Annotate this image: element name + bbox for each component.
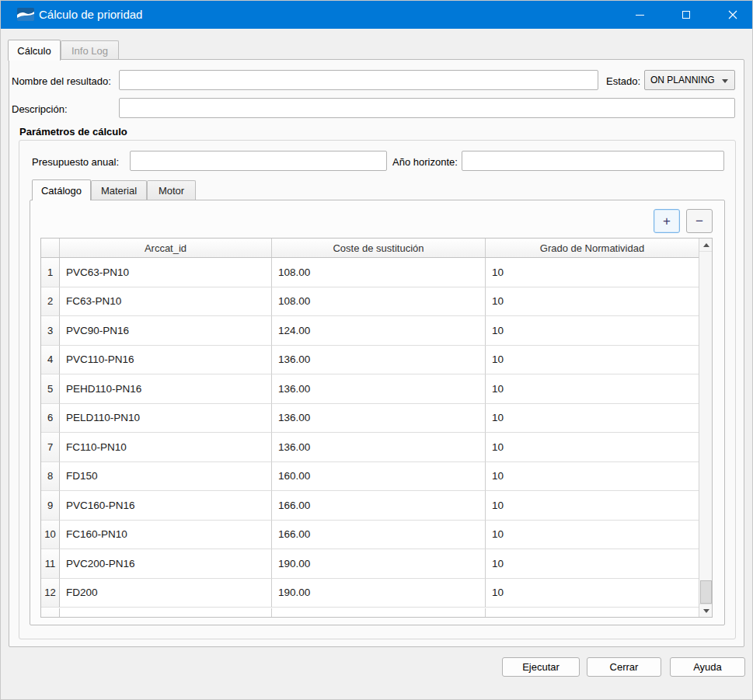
dialog-window: Cálculo de prioridad Cálculo Info Log No…: [0, 0, 753, 700]
coste-cell[interactable]: 190.00: [272, 549, 486, 579]
table-row[interactable]: 4 PVC110-PN16 136.00 10: [41, 346, 712, 375]
cerrar-button[interactable]: Cerrar: [587, 657, 661, 677]
grado-cell[interactable]: 10: [486, 491, 699, 521]
arccat-cell: [60, 608, 272, 618]
grado-cell[interactable]: 10: [486, 549, 699, 579]
table-row-partial: [41, 608, 699, 618]
add-row-button[interactable]: +: [654, 209, 680, 233]
estado-select[interactable]: ON PLANNING: [644, 70, 735, 90]
presupuesto-input[interactable]: [130, 151, 387, 171]
row-number-cell[interactable]: 1: [41, 258, 60, 287]
tab-info-log[interactable]: Info Log: [61, 40, 119, 60]
corner-header-cell[interactable]: [41, 239, 60, 257]
remove-row-button[interactable]: −: [686, 209, 713, 233]
ano-horizonte-input[interactable]: [462, 151, 724, 171]
app-logo-icon: [17, 8, 34, 21]
ejecutar-button[interactable]: Ejecutar: [502, 657, 580, 677]
close-button[interactable]: [715, 1, 751, 29]
table-row[interactable]: 1 PVC63-PN10 108.00 10: [41, 258, 712, 287]
scrollbar-thumb[interactable]: [700, 580, 712, 604]
table-header-row: Arccat_id Coste de sustitución Grado de …: [41, 239, 712, 258]
descripcion-input[interactable]: [119, 98, 735, 118]
column-header-grado[interactable]: Grado de Normatividad: [486, 239, 699, 257]
tab-calculo[interactable]: Cálculo: [8, 40, 61, 61]
table-row[interactable]: 8 FD150 160.00 10: [41, 462, 712, 492]
table-row[interactable]: 6 PELD110-PN10 136.00 10: [41, 404, 712, 434]
row-number-cell[interactable]: 4: [41, 346, 60, 375]
parametros-group-title: Parámetros de cálculo: [19, 126, 127, 138]
arccat-cell[interactable]: FD150: [60, 462, 272, 492]
coste-cell[interactable]: 124.00: [272, 316, 486, 346]
coste-cell[interactable]: 166.00: [272, 521, 486, 550]
subtab-catalogo[interactable]: Catálogo: [32, 179, 91, 200]
minimize-icon: [636, 15, 644, 16]
column-header-arccat-id[interactable]: Arccat_id: [60, 239, 272, 257]
titlebar[interactable]: Cálculo de prioridad: [1, 1, 753, 29]
coste-cell[interactable]: 136.00: [272, 346, 486, 375]
arccat-cell[interactable]: FC160-PN10: [60, 521, 272, 550]
minimize-button[interactable]: [622, 1, 657, 29]
arccat-cell[interactable]: PEHD110-PN16: [60, 374, 272, 404]
grado-cell[interactable]: 10: [486, 316, 699, 346]
maximize-icon: [682, 11, 690, 19]
row-number-cell[interactable]: 8: [41, 462, 60, 492]
table-row[interactable]: 12 FD200 190.00 10: [41, 579, 712, 608]
grado-cell[interactable]: 10: [486, 374, 699, 404]
coste-cell[interactable]: 108.00: [272, 258, 486, 287]
coste-cell[interactable]: 108.00: [272, 287, 486, 317]
row-number-cell[interactable]: 3: [41, 316, 60, 346]
coste-cell[interactable]: 190.00: [272, 579, 486, 608]
table-row[interactable]: 9 PVC160-PN16 166.00 10: [41, 491, 712, 521]
arccat-cell[interactable]: PVC110-PN16: [60, 346, 272, 375]
table-scrollbar[interactable]: [699, 239, 712, 617]
arccat-cell[interactable]: PVC200-PN16: [60, 549, 272, 579]
table-body: 1 PVC63-PN10 108.00 10 2 FC63-PN10 108.0…: [41, 258, 712, 608]
table-row[interactable]: 11 PVC200-PN16 190.00 10: [41, 549, 712, 579]
coste-cell[interactable]: 166.00: [272, 491, 486, 521]
row-number-cell[interactable]: 11: [41, 549, 60, 579]
arccat-cell[interactable]: FC110-PN10: [60, 433, 272, 462]
coste-cell[interactable]: 160.00: [272, 462, 486, 492]
row-number-cell[interactable]: 6: [41, 404, 60, 434]
grado-cell[interactable]: 10: [486, 258, 699, 287]
arccat-cell[interactable]: PVC63-PN10: [60, 258, 272, 287]
nombre-resultado-input[interactable]: [119, 70, 598, 90]
table-row[interactable]: 10 FC160-PN10 166.00 10: [41, 521, 712, 550]
row-number-cell[interactable]: 2: [41, 287, 60, 317]
coste-cell[interactable]: 136.00: [272, 374, 486, 404]
table-row[interactable]: 5 PEHD110-PN16 136.00 10: [41, 374, 712, 404]
row-number-cell[interactable]: 5: [41, 374, 60, 404]
chevron-down-icon: [722, 79, 728, 83]
catalog-table: Arccat_id Coste de sustitución Grado de …: [40, 238, 713, 618]
grado-cell[interactable]: 10: [486, 287, 699, 317]
arccat-cell[interactable]: PVC90-PN16: [60, 316, 272, 346]
arccat-cell[interactable]: PELD110-PN10: [60, 404, 272, 434]
column-header-coste[interactable]: Coste de sustitución: [272, 239, 486, 257]
grado-cell[interactable]: 10: [486, 579, 699, 608]
coste-cell[interactable]: 136.00: [272, 404, 486, 434]
table-row[interactable]: 3 PVC90-PN16 124.00 10: [41, 316, 712, 346]
scroll-up-icon: [703, 243, 709, 247]
scroll-down-button[interactable]: [699, 604, 713, 617]
window-title: Cálculo de prioridad: [39, 1, 142, 29]
table-row[interactable]: 2 FC63-PN10 108.00 10: [41, 287, 712, 317]
subtab-material[interactable]: Material: [91, 180, 147, 200]
row-number-cell[interactable]: 7: [41, 433, 60, 462]
ayuda-button[interactable]: Ayuda: [670, 657, 745, 677]
subtab-motor[interactable]: Motor: [147, 180, 196, 200]
arccat-cell[interactable]: PVC160-PN16: [60, 491, 272, 521]
table-row[interactable]: 7 FC110-PN10 136.00 10: [41, 433, 712, 462]
grado-cell[interactable]: 10: [486, 521, 699, 550]
grado-cell[interactable]: 10: [486, 462, 699, 492]
scroll-up-button[interactable]: [699, 239, 713, 252]
row-number-cell[interactable]: 10: [41, 521, 60, 550]
coste-cell[interactable]: 136.00: [272, 433, 486, 462]
row-number-cell[interactable]: 12: [41, 579, 60, 608]
arccat-cell[interactable]: FC63-PN10: [60, 287, 272, 317]
grado-cell[interactable]: 10: [486, 346, 699, 375]
row-number-cell[interactable]: 9: [41, 491, 60, 521]
maximize-button[interactable]: [668, 1, 704, 29]
grado-cell[interactable]: 10: [486, 404, 699, 434]
grado-cell[interactable]: 10: [486, 433, 699, 462]
arccat-cell[interactable]: FD200: [60, 579, 272, 608]
